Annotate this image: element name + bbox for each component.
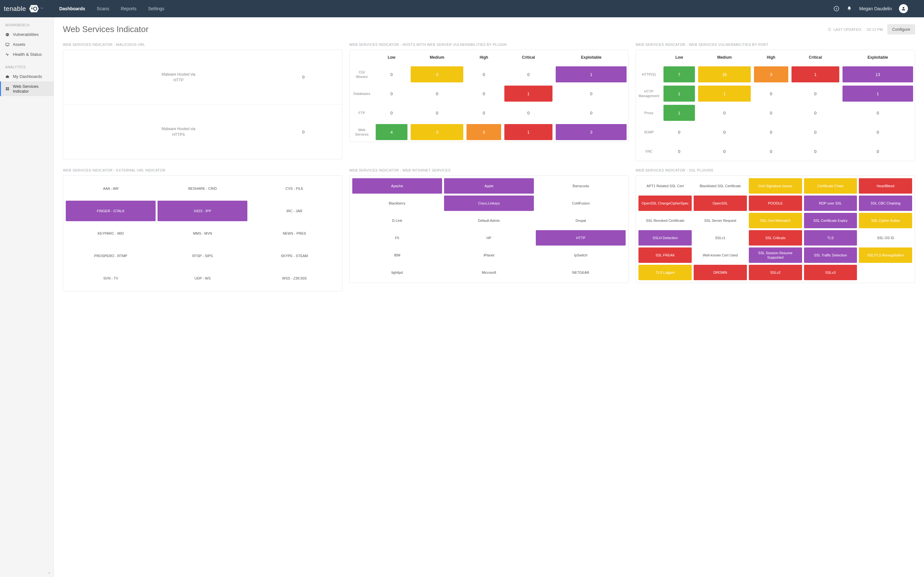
indicator-tile[interactable]: NEWS - PRES [249,223,339,243]
indicator-tile[interactable]: Microsoft [444,265,534,280]
indicator-tile[interactable]: SSL Traffic Detection [804,247,857,263]
matrix-cell[interactable]: 3 [411,124,463,140]
indicator-tile[interactable]: SSL Session Resume Supported [749,247,802,263]
indicator-tile[interactable]: Blackberry [352,195,442,211]
matrix-cell[interactable]: 1 [664,85,695,102]
matrix-cell[interactable]: 0 [467,66,501,82]
indicator-tile[interactable]: OpenSSL ChangeCipherSpec [638,195,692,211]
indicator-tile[interactable]: SSL Criticals [749,230,802,245]
indicator-tile[interactable]: BESHARE - CRID [158,178,247,199]
matrix-cell[interactable]: 0 [411,105,463,121]
indicator-tile[interactable]: AAA - AW [66,178,156,199]
matrix-cell[interactable]: 0 [376,105,407,121]
matrix-cell[interactable]: 3 [411,66,463,82]
indicator-tile[interactable]: Cisco,Linksys [444,195,534,211]
matrix-cell[interactable]: 16 [698,66,750,82]
matrix-cell[interactable]: 0 [754,85,788,102]
matrix-cell[interactable]: 0 [467,85,501,102]
indicator-tile[interactable]: RDP over SSL [804,195,857,211]
matrix-cell[interactable]: 0 [698,143,750,159]
user-name[interactable]: Megan Daudelin [859,6,892,11]
matrix-cell[interactable]: 1 [698,85,750,102]
avatar[interactable] [899,4,908,13]
matrix-cell[interactable]: 0 [664,124,695,140]
indicator-tile[interactable]: Well-known Cert Used [694,247,747,263]
matrix-cell[interactable]: 0 [754,124,788,140]
indicator-tile[interactable]: SSL Revoked Certificate [638,213,692,228]
matrix-cell[interactable]: 0 [792,85,839,102]
indicator-tile[interactable]: SSL Server Request [694,213,747,228]
matrix-cell[interactable]: 0 [792,105,839,121]
indicator-tile[interactable]: IBM [352,247,442,263]
matrix-cell[interactable]: 0 [504,66,552,82]
matrix-cell[interactable]: 3 [556,124,627,140]
matrix-cell[interactable]: 1 [792,66,839,82]
indicator-tile[interactable]: SSL/TLS Renegotiation [859,247,912,263]
sidebar-item-my-dashboards[interactable]: My Dashboards [0,71,53,81]
indicator-tile[interactable]: D-Link [352,213,442,228]
indicator-tile[interactable]: IRC - JAR [249,201,339,221]
matrix-cell[interactable]: 13 [843,66,913,82]
matrix-cell[interactable]: 7 [664,66,695,82]
matrix-cell[interactable]: 0 [792,143,839,159]
matrix-cell[interactable]: 1 [504,124,552,140]
brand-logo[interactable]: tenable ™ [4,5,43,13]
matrix-cell[interactable]: 0 [698,105,750,121]
nav-dashboards[interactable]: Dashboards [59,6,86,11]
indicator-tile[interactable]: SKYPE - STEAM [249,245,339,266]
indicator-tile[interactable]: SSLv2 [749,265,802,280]
matrix-cell[interactable]: 3 [754,66,788,82]
indicator-tile[interactable]: UDP - WS [158,268,247,288]
indicator-tile[interactable]: SSLv1 [694,230,747,245]
indicator-tile[interactable]: Drupal [536,213,626,228]
matrix-cell[interactable]: 0 [754,105,788,121]
indicator-tile[interactable]: OpenSSL [694,195,747,211]
indicator-tile[interactable]: SSL FREAK [638,247,692,263]
matrix-cell[interactable]: 0 [467,105,501,121]
matrix-cell[interactable]: 0 [843,124,913,140]
indicator-tile[interactable]: Cert Signature Issues [749,178,802,193]
sidebar-collapse-icon[interactable]: ‹‹ [48,571,50,575]
matrix-cell[interactable]: 1 [556,66,627,82]
matrix-cell[interactable]: 0 [843,143,913,159]
matrix-cell[interactable]: 4 [376,124,407,140]
nav-settings[interactable]: Settings [148,6,165,11]
matrix-cell[interactable]: 0 [376,66,407,82]
indicator-tile[interactable]: lighttpd [352,265,442,280]
indicator-tile[interactable]: ColdFusion [536,195,626,211]
indicator-tile[interactable]: Barracuda [536,178,626,193]
indicator-tile[interactable]: PROSPERO - RTMP [66,245,156,266]
matrix-cell[interactable]: 0 [664,143,695,159]
indicator-tile[interactable]: SSLv3 [804,265,857,280]
indicator-tile[interactable]: SSL CBC Chaining [859,195,912,211]
indicator-tile[interactable]: FINGER - GTALK [66,201,156,221]
bell-icon[interactable] [846,6,852,11]
list-row[interactable]: Malware Hosted viaHTTPS0 [63,105,342,159]
indicator-tile[interactable]: RTSP - SIPS [158,245,247,266]
configure-button[interactable]: Configure [887,24,915,34]
matrix-cell[interactable]: 1 [843,85,913,102]
matrix-cell[interactable]: 0 [754,143,788,159]
indicator-tile[interactable]: HeartBleed [859,178,912,193]
indicator-tile[interactable]: SSL Certificate Expiry [804,213,857,228]
indicator-tile[interactable]: SSLH Detection [638,230,692,245]
indicator-tile[interactable]: DROWN [694,265,747,280]
indicator-tile[interactable]: iPlanet [444,247,534,263]
indicator-tile[interactable]: SSL Cipher Suites [859,213,912,228]
matrix-cell[interactable]: 3 [467,124,501,140]
indicator-tile[interactable]: POODLE [749,195,802,211]
matrix-cell[interactable]: 0 [698,124,750,140]
indicator-tile[interactable]: SVN - TV [66,268,156,288]
matrix-cell[interactable]: 0 [411,85,463,102]
matrix-cell[interactable]: 1 [664,105,695,121]
indicator-tile[interactable]: SSL Cert Mismatch [749,213,802,228]
matrix-cell[interactable]: 0 [792,124,839,140]
matrix-cell[interactable]: 0 [504,105,552,121]
indicator-tile[interactable]: HP [444,230,534,245]
matrix-cell[interactable]: 0 [556,85,627,102]
matrix-cell[interactable]: 1 [504,85,552,102]
indicator-tile[interactable]: SSL OS ID [859,230,912,245]
sidebar-item-vulnerabilities[interactable]: Vulnerabilities [0,29,53,39]
indicator-tile[interactable]: HTTP [536,230,626,245]
sidebar-item-assets[interactable]: Assets [0,39,53,49]
